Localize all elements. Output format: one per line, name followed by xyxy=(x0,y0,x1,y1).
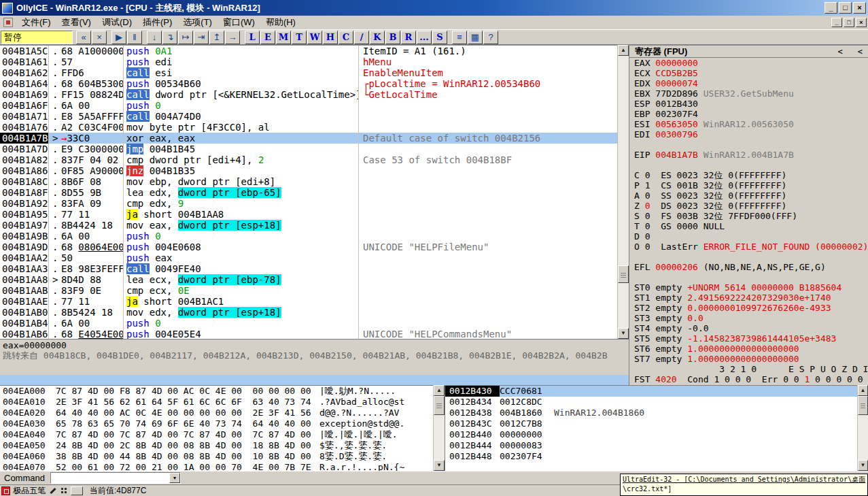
register-line[interactable]: EFL 00000206 (NO,NB,NE,A,NS,PE,GE,G) xyxy=(629,262,868,272)
stack-row[interactable]: 0012B4340012C8DC xyxy=(445,397,857,408)
restart-icon[interactable]: « xyxy=(76,31,91,44)
register-line[interactable]: D 0 xyxy=(629,231,868,242)
disasm-row[interactable]: 004B1AAB.83F9 0Ecmp ecx, 0E xyxy=(0,285,617,296)
info-line-eax[interactable]: eax=00000000 xyxy=(0,340,629,350)
stack-scrollbar[interactable]: ▲ ▼ xyxy=(857,385,868,471)
register-line[interactable]: C 0 ES 0023 32位 0(FFFFFFFF) xyxy=(629,170,868,180)
run-icon[interactable]: ▶ xyxy=(111,31,126,44)
runtrace-window-button[interactable]: ... xyxy=(417,31,432,44)
close-button[interactable]: × xyxy=(853,2,866,14)
command-combobox[interactable]: ▼ xyxy=(50,472,181,484)
register-line[interactable] xyxy=(629,272,868,282)
child-minimize-button[interactable]: _ xyxy=(831,18,842,27)
references-window-button[interactable]: R xyxy=(401,31,416,44)
breakpoints-window-button[interactable]: B xyxy=(385,31,400,44)
disassembly-scrollbar[interactable]: ▲ ▼ xyxy=(617,45,629,339)
scroll-up-icon[interactable]: ▲ xyxy=(858,385,868,396)
close-program-icon[interactable]: × xyxy=(92,31,107,44)
menu-item[interactable]: 查看(V) xyxy=(56,15,97,30)
register-line[interactable]: EAX 00000000 xyxy=(629,58,868,68)
disasm-row[interactable]: 004B1AA2.50push eax xyxy=(0,252,617,263)
register-line[interactable]: ST5 empty -1.1458238739861444105e+3483 xyxy=(629,333,868,344)
disasm-row[interactable]: 004B1A6F.6A 00push 0 xyxy=(0,100,617,111)
dump-row[interactable]: 004EA03065 78 63 65 70 74 69 6F 6E 40 73… xyxy=(0,418,433,429)
register-line[interactable]: S 0 FS 003B 32位 7FFDF000(FFF) xyxy=(629,211,868,221)
scrollbar-thumb[interactable] xyxy=(618,265,629,283)
register-line[interactable]: ST1 empty 2.4915692224207329030e+1740 xyxy=(629,293,868,303)
register-line[interactable]: ECX CCD5B2B5 xyxy=(629,68,868,78)
handles-window-button[interactable]: H xyxy=(323,31,338,44)
ime-pen-icon[interactable] xyxy=(49,486,57,495)
register-line[interactable]: EBX 77D2D896 USER32.GetSubMenu xyxy=(629,88,868,99)
reg-pane-left-icon[interactable]: < xyxy=(838,47,843,56)
ime-softkeyboard-button[interactable] xyxy=(71,486,83,495)
register-line[interactable]: ST2 empty 0.0000000109972676260e-4933 xyxy=(629,303,868,313)
disasm-row[interactable]: 004B1A95.77 11ja short 004B1AA8 xyxy=(0,209,617,220)
scroll-down-icon[interactable]: ▼ xyxy=(858,460,868,471)
register-line[interactable]: ESP 0012B430 xyxy=(629,99,868,109)
stack-row[interactable]: 0012B438004B1860WinRAR12.004B1860 xyxy=(445,408,857,418)
dump-row[interactable]: 004EA02064 40 40 00 AC 0C 4E 00 00 00 00… xyxy=(0,408,433,418)
disasm-row[interactable]: 004B1A5C.68 A1000000push 0A1ItemID = A1 … xyxy=(0,46,617,56)
disasm-row[interactable]: 004B1A71.E8 5A5AFFFFcall 004A74D0 xyxy=(0,111,617,122)
stack-row[interactable]: 0012B448002307F4 xyxy=(445,451,857,462)
scroll-down-icon[interactable]: ▼ xyxy=(434,460,445,471)
scroll-up-icon[interactable]: ▲ xyxy=(434,385,445,396)
disasm-row[interactable]: 004B1A61.57push edihMenu xyxy=(0,56,617,67)
dump-row[interactable]: 004EA0407C 87 4D 00 7C 87 4D 00 7C 87 4D… xyxy=(0,429,433,440)
disasm-row[interactable]: 004B1A9D.68 08064E00push 004E0608UNICODE… xyxy=(0,242,617,252)
animate-into-icon[interactable]: ↦ xyxy=(178,31,193,44)
register-line[interactable]: P 1 CS 001B 32位 0(FFFFFFFF) xyxy=(629,180,868,191)
ime-icon[interactable] xyxy=(1,486,10,495)
goto-icon[interactable]: → xyxy=(225,31,240,44)
cpu-window-button[interactable]: C xyxy=(338,31,353,44)
disasm-row[interactable]: 004B1A9B.6A 00push 0 xyxy=(0,231,617,242)
disasm-row[interactable]: 004B1AB0.8B5424 18mov edx, dword ptr [es… xyxy=(0,307,617,318)
minimize-button[interactable]: _ xyxy=(824,2,837,14)
child-close-button[interactable]: × xyxy=(856,18,867,27)
register-line[interactable]: EIP 004B1A7B WinRAR12.004B1A7B xyxy=(629,150,868,160)
register-line[interactable]: EDI 00300796 xyxy=(629,129,868,139)
disasm-row[interactable]: 004B1AA8>8D4D 88lea ecx, dword ptr [ebp-… xyxy=(0,274,617,285)
until-return-icon[interactable]: ↥ xyxy=(209,31,224,44)
register-line[interactable] xyxy=(629,160,868,170)
disasm-row[interactable]: 004B1A92.83FA 09cmp edx, 9 xyxy=(0,198,617,209)
appearance-icon[interactable]: ▦ xyxy=(468,31,483,44)
help-icon[interactable]: ? xyxy=(483,31,498,44)
disasm-row[interactable]: 004B1A62.FFD6call esiEnableMenuItem xyxy=(0,67,617,78)
callstack-window-button[interactable]: K xyxy=(370,31,385,44)
menu-item[interactable]: 窗口(W) xyxy=(218,15,260,30)
register-line[interactable] xyxy=(629,139,868,150)
chevron-down-icon[interactable]: ▼ xyxy=(169,473,180,483)
register-line[interactable]: A 0 SS 0023 32位 0(FFFFFFFF) xyxy=(629,191,868,201)
menu-item[interactable]: 文件(F) xyxy=(16,15,56,30)
disasm-row[interactable]: 004B1A69.FF15 08824D00call dword ptr [<&… xyxy=(0,89,617,100)
options-icon[interactable]: ≡ xyxy=(452,31,467,44)
register-line[interactable]: ST6 empty 1.0000000000000000000 xyxy=(629,344,868,354)
source-window-button[interactable]: S xyxy=(432,31,447,44)
child-restore-button[interactable]: □ xyxy=(844,18,854,27)
disasm-row[interactable]: 004B1AAE.77 11ja short 004B1AC1 xyxy=(0,296,617,307)
step-over-icon[interactable]: ↴ xyxy=(162,31,177,44)
register-line[interactable]: ST4 empty -0.0 xyxy=(629,323,868,333)
register-line[interactable]: FST 4020 Cond 1 0 0 0 Err 0 0 1 0 0 0 0 … xyxy=(629,374,868,384)
dump-row[interactable]: 004EA06038 8B 4D 00 44 8B 4D 00 08 8B 4D… xyxy=(0,451,433,462)
register-line[interactable]: ST0 empty +UNORM 5614 00000000 B1885604 xyxy=(629,282,868,293)
register-line[interactable] xyxy=(629,252,868,262)
disasm-row[interactable]: 004B1AB6.68 E4054E00push 004E05E4UNICODE… xyxy=(0,329,617,339)
register-line[interactable]: ESI 00563050 WinRAR12.00563050 xyxy=(629,119,868,129)
log-window-button[interactable]: L xyxy=(245,31,260,44)
patches-window-button[interactable]: / xyxy=(354,31,369,44)
scroll-up-icon[interactable]: ▲ xyxy=(618,45,629,56)
reg-pane-left2-icon[interactable]: < xyxy=(858,47,863,56)
disasm-row[interactable]: 004B1A86.0F85 A9000000jnz 004B1B35 xyxy=(0,165,617,176)
disasm-row[interactable]: 004B1A7B>→33C0xor eax, eaxDefault case o… xyxy=(0,133,617,144)
stack-row[interactable]: 0012B44000000000 xyxy=(445,429,857,440)
scrollbar-thumb[interactable] xyxy=(858,396,868,415)
disasm-row[interactable]: 004B1A8F.8D55 9Blea edx, dword ptr [ebp-… xyxy=(0,187,617,198)
register-line[interactable]: Z 0 DS 0023 32位 0(FFFFFFFF) xyxy=(629,201,868,211)
register-line[interactable]: EDX 00000074 xyxy=(629,78,868,88)
disasm-row[interactable]: 004B1AA3.E8 98E3FEFFcall 0049FE40 xyxy=(0,263,617,274)
disasm-row[interactable]: 004B1A7D.E9 C3000000jmp 004B1B45 xyxy=(0,144,617,154)
info-selected-line[interactable] xyxy=(0,375,629,385)
